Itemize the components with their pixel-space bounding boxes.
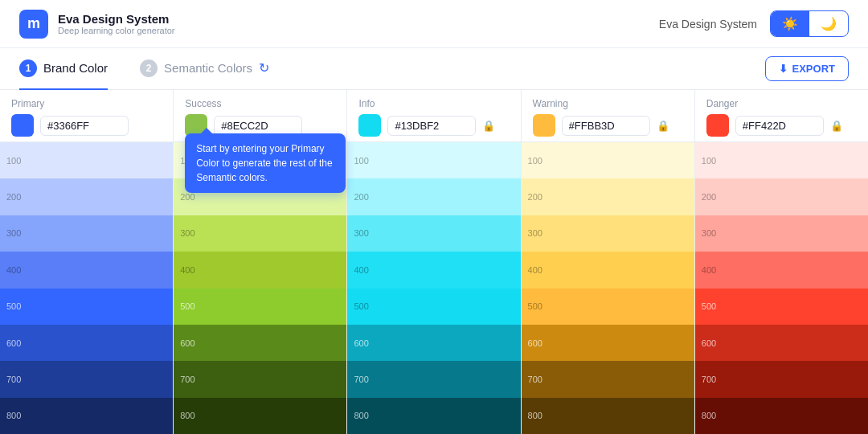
color-swatch-primary	[11, 114, 34, 137]
swatch-warning-400: 400	[522, 252, 694, 288]
swatch-danger-800: 800	[695, 398, 868, 434]
swatch-primary-200: 200	[0, 178, 173, 215]
swatch-danger-100: 100	[695, 142, 868, 178]
header-right: Eva Design System ☀️ 🌙	[659, 10, 849, 37]
refresh-icon[interactable]: ↻	[259, 60, 269, 76]
swatch-success-700: 700	[174, 361, 346, 397]
app-title: Eva Design System	[58, 12, 175, 26]
swatch-info-800: 800	[347, 398, 520, 434]
swatch-danger-700: 700	[695, 361, 868, 397]
column-label-primary: Primary	[11, 98, 162, 109]
header-left: m Eva Design System Deep learning color …	[19, 10, 175, 39]
swatch-info-600: 600	[347, 325, 520, 361]
swatches-primary: 100200300400500600700800	[0, 142, 173, 434]
swatch-primary-300: 300	[0, 215, 173, 252]
logo-icon: m	[19, 10, 48, 39]
swatch-primary-100: 100	[0, 142, 173, 178]
theme-dark-button[interactable]: 🌙	[809, 11, 848, 36]
tabs-left: 1 Brand Color 2 Semantic Colors ↻	[19, 48, 269, 90]
swatches-danger: 100200300400500600700800	[695, 142, 868, 434]
column-danger: Danger🔒100200300400500600700800	[695, 90, 868, 434]
swatch-success-600: 600	[174, 325, 346, 361]
color-input-success[interactable]	[214, 116, 302, 136]
color-input-primary[interactable]	[40, 116, 129, 136]
column-header-danger: Danger🔒	[695, 90, 868, 142]
color-input-row-danger: 🔒	[706, 114, 857, 137]
column-label-danger: Danger	[706, 98, 857, 109]
swatch-warning-700: 700	[522, 361, 694, 397]
swatch-info-400: 400	[347, 252, 520, 288]
swatch-primary-700: 700	[0, 361, 173, 397]
column-label-success: Success	[185, 98, 335, 109]
export-button[interactable]: ⬇ EXPORT	[765, 56, 849, 81]
theme-toggle[interactable]: ☀️ 🌙	[770, 10, 849, 37]
lock-icon-warning[interactable]: 🔒	[657, 120, 669, 132]
swatch-warning-600: 600	[522, 325, 694, 361]
header-app-name: Eva Design System	[659, 18, 757, 31]
tab2-label: Semantic Colors	[164, 61, 252, 75]
swatch-primary-600: 600	[0, 325, 173, 361]
swatch-info-100: 100	[347, 142, 520, 178]
column-header-primary: Primary	[0, 90, 173, 142]
column-header-info: Info🔒	[347, 90, 520, 142]
tab1-number: 1	[19, 59, 37, 77]
swatch-success-500: 500	[174, 289, 346, 325]
column-header-warning: Warning🔒	[522, 90, 694, 142]
swatch-info-700: 700	[347, 361, 520, 397]
tab2-number: 2	[140, 59, 158, 77]
main-content: Primary100200300400500600700800SuccessSt…	[0, 90, 868, 434]
swatch-danger-300: 300	[695, 215, 868, 252]
swatches-info: 100200300400500600700800	[347, 142, 520, 434]
color-input-danger[interactable]	[735, 116, 824, 136]
color-input-row-info: 🔒	[358, 114, 509, 137]
tab-brand-color[interactable]: 1 Brand Color	[19, 48, 108, 90]
tab1-label: Brand Color	[43, 61, 108, 75]
header: m Eva Design System Deep learning color …	[0, 0, 868, 48]
swatch-info-300: 300	[347, 215, 520, 252]
color-swatch-info	[358, 114, 381, 137]
swatch-primary-500: 500	[0, 289, 173, 325]
tooltip-box: Start by entering your Primary Color to …	[185, 133, 346, 193]
column-primary: Primary100200300400500600700800	[0, 90, 174, 434]
column-label-warning: Warning	[533, 98, 683, 109]
swatch-primary-800: 800	[0, 398, 173, 434]
column-success: SuccessStart by entering your Primary Co…	[174, 90, 347, 434]
logo-text: Eva Design System Deep learning color ge…	[58, 12, 175, 35]
swatch-warning-800: 800	[522, 398, 694, 434]
swatch-info-500: 500	[347, 289, 520, 325]
swatch-danger-200: 200	[695, 178, 868, 215]
tab-semantic-colors[interactable]: 2 Semantic Colors ↻	[140, 48, 269, 90]
swatch-success-800: 800	[174, 398, 346, 434]
swatch-success-300: 300	[174, 215, 346, 252]
swatch-danger-400: 400	[695, 252, 868, 288]
color-input-row-warning: 🔒	[533, 114, 683, 137]
swatch-success-400: 400	[174, 252, 346, 288]
swatch-warning-200: 200	[522, 178, 694, 215]
color-input-info[interactable]	[387, 116, 476, 136]
color-swatch-danger	[706, 114, 729, 137]
lock-icon-danger[interactable]: 🔒	[830, 120, 843, 132]
swatches-warning: 100200300400500600700800	[522, 142, 694, 434]
swatch-danger-600: 600	[695, 325, 868, 361]
theme-light-button[interactable]: ☀️	[771, 11, 809, 36]
app-subtitle: Deep learning color generator	[58, 26, 175, 35]
tabs-bar: 1 Brand Color 2 Semantic Colors ↻ ⬇ EXPO…	[0, 48, 868, 90]
swatch-warning-300: 300	[522, 215, 694, 252]
lock-icon-info[interactable]: 🔒	[482, 120, 495, 132]
swatch-warning-500: 500	[522, 289, 694, 325]
color-input-row-primary	[11, 114, 162, 137]
export-label: EXPORT	[792, 63, 835, 75]
swatch-primary-400: 400	[0, 252, 173, 288]
export-download-icon: ⬇	[779, 63, 788, 75]
color-swatch-warning	[533, 114, 555, 137]
swatch-warning-100: 100	[522, 142, 694, 178]
column-label-info: Info	[358, 98, 509, 109]
color-input-warning[interactable]	[562, 116, 650, 136]
swatch-info-200: 200	[347, 178, 520, 215]
swatch-danger-500: 500	[695, 289, 868, 325]
column-info: Info🔒100200300400500600700800	[347, 90, 521, 434]
column-header-success: SuccessStart by entering your Primary Co…	[174, 90, 346, 142]
column-warning: Warning🔒100200300400500600700800	[522, 90, 695, 434]
